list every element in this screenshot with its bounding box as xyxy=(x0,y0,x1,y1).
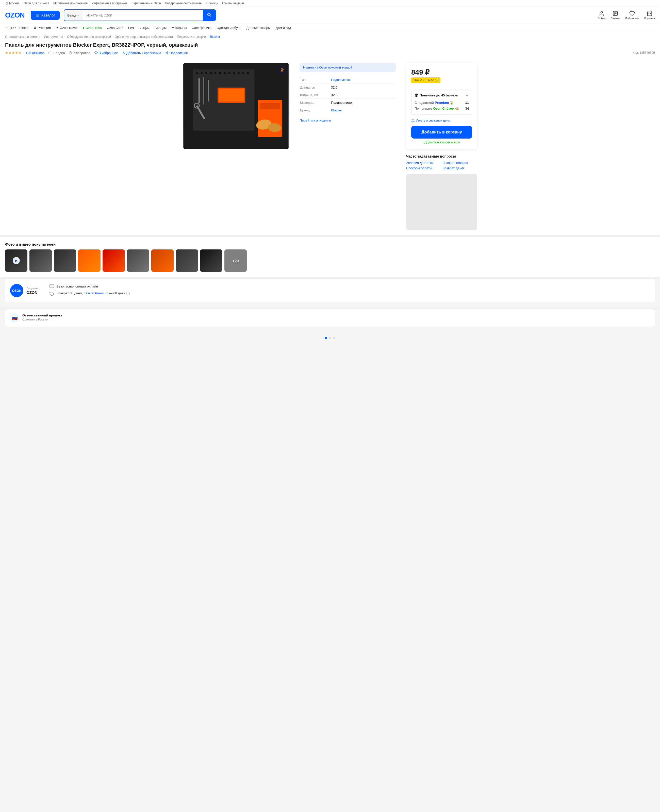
breadcrumb-current[interactable]: Blocker xyxy=(210,35,220,39)
heart-icon xyxy=(629,11,635,16)
return-info-icon[interactable]: i xyxy=(126,292,130,295)
description-link[interactable]: Перейти к описанию xyxy=(300,119,331,122)
faq-links: Условия доставки Возврат товаров Способы… xyxy=(406,161,477,170)
points-header[interactable]: ♛ Получите до 45 баллов xyxy=(414,93,469,98)
breadcrumb-hangers[interactable]: Подвесы и этажерки xyxy=(177,35,206,39)
topbar-gifts[interactable]: Подарочные сертификаты xyxy=(165,2,202,5)
svg-point-6 xyxy=(601,11,603,13)
domestic-icon: 🇷🇺 xyxy=(10,313,19,323)
favorites-nav-item[interactable]: Избранное xyxy=(625,11,639,20)
bottom-space xyxy=(0,344,660,395)
nav-top-fashion[interactable]: ☆ TOP Fashion xyxy=(5,26,29,30)
questions-link[interactable]: 7 вопросов xyxy=(69,51,90,55)
orders-nav-item[interactable]: Заказы xyxy=(611,11,620,20)
topbar-referral[interactable]: Реферальная программа xyxy=(92,2,127,5)
seller-logo[interactable]: OZON xyxy=(10,284,23,297)
nav-live[interactable]: LIVE xyxy=(128,26,135,30)
faq-section: Часто задаваемые вопросы Условия доставк… xyxy=(406,154,477,170)
svg-rect-32 xyxy=(238,72,240,74)
product-image[interactable] xyxy=(183,63,289,149)
installment-price: 164 ₽ × 6 мес i xyxy=(411,78,440,83)
seller-details: Продавец OZON xyxy=(26,287,39,294)
topbar-pickup[interactable]: Пункты выдачи xyxy=(222,2,244,5)
topbar-earn[interactable]: Зарабатывай с Ozon xyxy=(132,2,161,5)
nav-kids[interactable]: Детские товары xyxy=(246,26,270,30)
dots-nav xyxy=(0,332,660,344)
search-button[interactable] xyxy=(203,10,216,21)
catalog-icon xyxy=(35,13,39,17)
product-code: Код: 185646599 xyxy=(633,51,655,55)
photo-thumb-2[interactable] xyxy=(54,249,76,272)
price-notify[interactable]: Узнать о снижении цены xyxy=(411,119,472,122)
login-nav-item[interactable]: Войти xyxy=(598,11,606,20)
photo-thumb-8[interactable] xyxy=(200,249,222,272)
breadcrumb-storage[interactable]: Хранение и организация рабочего места xyxy=(115,35,173,39)
ozon-score-info-icon[interactable]: 🔒 xyxy=(455,107,459,110)
seller-features: Безопасная оплата онлайн Возврат 30 дней… xyxy=(49,284,650,296)
svg-rect-43 xyxy=(260,103,280,109)
share-link[interactable]: Поделиться xyxy=(165,51,188,55)
spec-value-brand[interactable]: Blocker xyxy=(331,108,342,112)
nav-clothing[interactable]: Одежда и обувь xyxy=(217,26,241,30)
video-link[interactable]: 1 видео xyxy=(49,51,65,55)
favorites-link[interactable]: В избранное xyxy=(94,51,118,55)
premium-return-link[interactable]: Ozon Premium xyxy=(86,291,108,295)
photo-thumb-4[interactable] xyxy=(103,249,125,272)
nav-premium[interactable]: ♛ Premium xyxy=(33,26,51,30)
photo-thumb-3[interactable] xyxy=(78,249,100,272)
main-nav: OZON Каталог Везде Войти Заказы Избранно… xyxy=(0,7,660,24)
dot-2[interactable] xyxy=(329,337,331,339)
ozon-logo[interactable]: OZON xyxy=(5,11,25,19)
comparison-icon xyxy=(122,51,125,55)
dot-3[interactable] xyxy=(333,337,335,339)
breadcrumb-construction[interactable]: Строительство и ремонт xyxy=(5,35,40,39)
installment-info-icon[interactable]: i xyxy=(435,79,438,82)
premium-info-icon[interactable]: 🔒 xyxy=(450,101,453,104)
nav-home-garden[interactable]: Дом и сад xyxy=(276,26,291,30)
catalog-button[interactable]: Каталог xyxy=(31,11,60,20)
nav-brands[interactable]: Бренды xyxy=(155,26,167,30)
product-title: Панель для инструментов Blocker Expert, … xyxy=(5,42,655,48)
domestic-section: 🇷🇺 Отечественный продукт Сделано в Росси… xyxy=(5,309,655,326)
dot-1[interactable] xyxy=(325,337,327,339)
breadcrumb: Строительство и ремонт › Инструменты › О… xyxy=(0,32,660,42)
photo-more-button[interactable]: +20 xyxy=(224,249,247,272)
play-button[interactable]: ▶ xyxy=(13,257,20,264)
faq-return-goods-link[interactable]: Возврат товаров xyxy=(443,161,477,165)
photo-thumb-1[interactable] xyxy=(29,249,52,272)
breadcrumb-workshop[interactable]: Оборудование для мастерской xyxy=(67,35,111,39)
topbar-mobile[interactable]: Мобильное приложение xyxy=(53,2,87,5)
section-divider xyxy=(0,235,660,237)
photo-thumb-6[interactable] xyxy=(151,249,174,272)
search-bar: Везде xyxy=(64,9,216,21)
person-icon xyxy=(599,11,604,16)
spec-value-type[interactable]: Подвес/крюк xyxy=(331,78,350,82)
cart-nav-item[interactable]: Корзина xyxy=(644,11,655,20)
photo-thumb-video[interactable]: ▶ xyxy=(5,249,27,272)
similar-product-badge[interactable]: Нашли на Ozon похожий товар? xyxy=(300,63,396,72)
photos-grid: ▶ +20 xyxy=(5,249,655,272)
nav-electronics[interactable]: Электроника xyxy=(192,26,212,30)
reviews-link[interactable]: 125 отзывов xyxy=(25,51,44,55)
question-icon xyxy=(69,51,72,55)
breadcrumb-tools[interactable]: Инструменты xyxy=(44,35,63,39)
topbar-help[interactable]: Помощь xyxy=(206,2,218,5)
comparison-link[interactable]: Добавить к сравнению xyxy=(122,51,161,55)
faq-payment-link[interactable]: Способы оплаты xyxy=(406,166,441,170)
search-scope-button[interactable]: Везде xyxy=(64,11,83,20)
nav-ozon-score[interactable]: Ozon Счёт xyxy=(107,26,123,30)
add-to-cart-button[interactable]: Добавить в корзину xyxy=(411,126,472,139)
location-indicator[interactable]: Москва xyxy=(5,2,19,5)
nav-sales[interactable]: Акции xyxy=(140,26,149,30)
photo-thumb-5[interactable] xyxy=(127,249,149,272)
faq-return-money-link[interactable]: Возврат денег xyxy=(443,166,477,170)
secondary-nav: ☆ TOP Fashion ♛ Premium ✈ Ozon Travel ● … xyxy=(0,24,660,32)
nav-ozon-travel[interactable]: ✈ Ozon Travel xyxy=(56,26,78,30)
topbar-business[interactable]: Ozon для бизнеса xyxy=(24,2,49,5)
nav-stores[interactable]: Магазины xyxy=(171,26,187,30)
photo-thumb-7[interactable] xyxy=(176,249,198,272)
search-input[interactable] xyxy=(83,11,203,20)
faq-delivery-link[interactable]: Условия доставки xyxy=(406,161,441,165)
nav-ozon-fresh[interactable]: ● Ozon fresh xyxy=(82,26,102,30)
orders-icon xyxy=(612,11,618,16)
